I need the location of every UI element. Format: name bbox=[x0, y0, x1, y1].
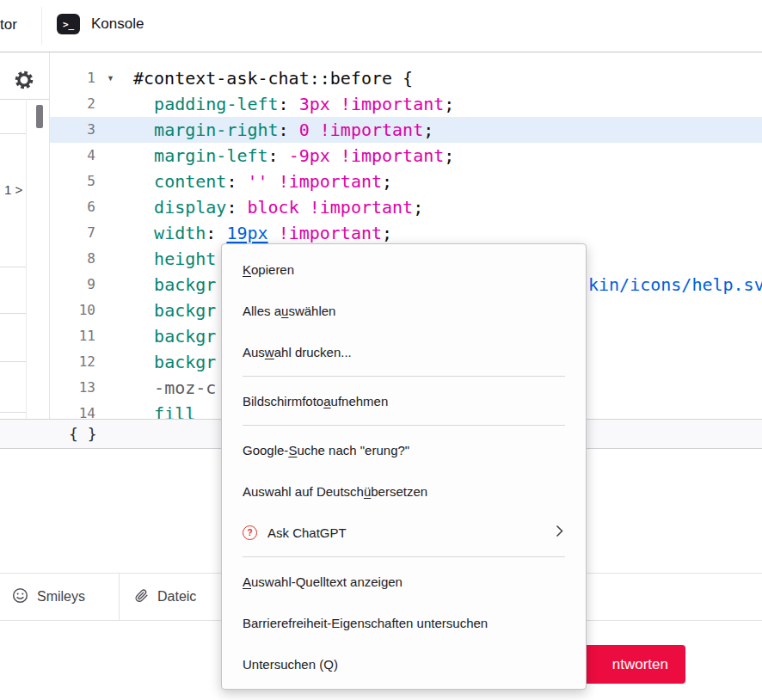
code-text: backgr bbox=[126, 323, 216, 349]
line-number: 2 bbox=[50, 91, 126, 117]
code-text: margin-right: 0 !important; bbox=[126, 117, 433, 143]
code-line-5[interactable]: 5 content: '' !important; bbox=[50, 169, 762, 194]
screen: tor >_ Konsole 1 > 1▼#context-ask-chat::… bbox=[0, 0, 762, 700]
code-line-4[interactable]: 4 margin-left: -9px !important; bbox=[50, 143, 762, 169]
menu-item-label: Alles a bbox=[243, 304, 281, 318]
line-number: 6 bbox=[50, 194, 126, 220]
menu-item-label: ahl drucken... bbox=[274, 345, 352, 359]
code-line-1[interactable]: 1▼#context-ask-chat::before { bbox=[50, 65, 762, 91]
line-number: 1 bbox=[50, 65, 126, 91]
css-url-fragment[interactable]: kin/icons/help.sv bbox=[588, 272, 762, 298]
ask-chatgpt-icon: ? bbox=[243, 525, 257, 540]
menu-item-accesskey: u bbox=[281, 304, 288, 318]
menu-item-accesskey: ü bbox=[364, 484, 371, 499]
console-icon: >_ bbox=[57, 14, 80, 34]
tab-console[interactable]: >_ Konsole bbox=[57, 14, 144, 34]
menu-item-copy[interactable]: Kopieren bbox=[222, 249, 586, 290]
menu-item-label: Untersuchen (Q) bbox=[243, 657, 338, 672]
pretty-print-button[interactable]: { } bbox=[69, 420, 97, 448]
smileys-button[interactable]: Smileys bbox=[12, 574, 85, 620]
gear-icon[interactable] bbox=[13, 69, 35, 95]
line-number: 9 bbox=[50, 272, 126, 298]
menu-item-label: Bildschirmfoto bbox=[243, 394, 323, 408]
sidebar-row-border bbox=[0, 313, 26, 314]
reply-button-label: ntworten bbox=[612, 656, 668, 673]
menu-item-google-search[interactable]: Google-Suche nach "erung?" bbox=[222, 429, 586, 470]
code-text: padding-left: 3px !important; bbox=[126, 91, 454, 117]
menu-item-accesskey: K bbox=[243, 262, 251, 277]
menu-item-label: uswahl-Quelltext anzeigen bbox=[251, 574, 403, 589]
line-number: 13 bbox=[50, 375, 126, 401]
menu-item-label: bersetzen bbox=[371, 484, 427, 499]
sidebar-separator bbox=[0, 99, 49, 100]
code-text: margin-left: -9px !important; bbox=[126, 143, 454, 169]
menu-item-take-screenshot[interactable]: Bildschirmfoto aufnehmen bbox=[222, 380, 586, 421]
menu-item-accesskey: A bbox=[243, 574, 251, 589]
menu-item-accesskey: S bbox=[288, 443, 297, 457]
code-line-6[interactable]: 6 display: block !important; bbox=[50, 194, 762, 220]
sidebar-vertical-border bbox=[26, 99, 27, 419]
sidebar-row-border bbox=[0, 412, 26, 413]
files-label: Dateic bbox=[157, 589, 196, 605]
smileys-label: Smileys bbox=[37, 589, 85, 605]
toolbar-divider bbox=[119, 574, 120, 620]
code-line-7[interactable]: 7 width: 19px !important; bbox=[50, 220, 762, 246]
sidebar-row-border bbox=[0, 267, 26, 267]
tab-divider bbox=[41, 7, 42, 45]
code-text: width: 19px !important; bbox=[126, 220, 392, 246]
sidebar-row-border bbox=[0, 133, 26, 134]
scrollbar-thumb[interactable] bbox=[36, 105, 43, 128]
line-number: 12 bbox=[50, 349, 126, 375]
menu-item-label: ufnehmen bbox=[331, 394, 389, 408]
tab-console-label: Konsole bbox=[91, 15, 144, 33]
paperclip-icon bbox=[134, 588, 149, 606]
files-button[interactable]: Dateic bbox=[134, 574, 196, 620]
menu-separator bbox=[243, 425, 565, 426]
menu-separator bbox=[243, 376, 565, 377]
code-text: #context-ask-chat::before { bbox=[126, 65, 413, 91]
line-number: 3 bbox=[50, 117, 126, 143]
line-number: 11 bbox=[50, 323, 126, 349]
menu-item-view-selection-source[interactable]: Auswahl-Quelltext anzeigen bbox=[222, 561, 586, 602]
code-text: content: '' !important; bbox=[126, 169, 392, 194]
code-text: -moz-c bbox=[126, 375, 216, 401]
code-line-3[interactable]: 3 margin-right: 0 !important; bbox=[50, 117, 762, 143]
code-text: height bbox=[126, 246, 216, 272]
menu-item-inspect[interactable]: Untersuchen (Q) bbox=[222, 643, 586, 685]
menu-item-accesskey: a bbox=[323, 394, 330, 408]
menu-item-ask-chatgpt[interactable]: ?Ask ChatGPT bbox=[222, 512, 586, 553]
line-number: 4 bbox=[50, 143, 126, 169]
menu-item-print-selection[interactable]: Auswahl drucken... bbox=[222, 331, 586, 372]
menu-item-label: Ask ChatGPT bbox=[267, 525, 347, 540]
line-number: 7 bbox=[50, 220, 126, 246]
line-number: 10 bbox=[50, 298, 126, 323]
menu-item-label: opieren bbox=[251, 262, 294, 277]
menu-item-label: Barrierefreiheit-Eigenschaften untersuch… bbox=[243, 616, 488, 630]
sidebar-partial-item[interactable]: 1 > bbox=[4, 182, 22, 197]
line-number: 5 bbox=[50, 169, 126, 194]
menu-item-accesskey: w bbox=[265, 345, 274, 359]
line-number: 8 bbox=[50, 246, 126, 272]
menu-item-translate-selection[interactable]: Auswahl auf Deutsch übersetzen bbox=[222, 470, 586, 512]
code-line-2[interactable]: 2 padding-left: 3px !important; bbox=[50, 91, 762, 117]
menu-item-label: Aus bbox=[243, 345, 265, 359]
tab-inspector-partial[interactable]: tor bbox=[0, 16, 17, 34]
code-text: backgr bbox=[126, 349, 216, 375]
menu-separator bbox=[243, 556, 565, 557]
smiley-icon bbox=[12, 587, 28, 607]
code-text: backgr bbox=[126, 272, 216, 298]
menu-item-label: Auswahl auf Deutsch bbox=[243, 484, 364, 499]
sidebar-row-border bbox=[0, 361, 26, 362]
fold-arrow-icon[interactable]: ▼ bbox=[107, 65, 114, 91]
menu-item-label: uche nach "erung?" bbox=[297, 443, 409, 457]
menu-item-label: Google- bbox=[243, 443, 288, 457]
devtools-tab-bar: tor >_ Konsole bbox=[0, 0, 762, 52]
code-text: display: block !important; bbox=[126, 194, 423, 220]
menu-item-label: swählen bbox=[288, 304, 335, 318]
context-menu: KopierenAlles auswählenAuswahl drucken..… bbox=[221, 243, 587, 690]
menu-item-select-all[interactable]: Alles auswählen bbox=[222, 290, 586, 331]
submenu-chevron-icon bbox=[556, 525, 563, 540]
code-text: backgr bbox=[126, 298, 216, 323]
menu-item-inspect-accessibility[interactable]: Barrierefreiheit-Eigenschaften untersuch… bbox=[222, 602, 586, 643]
